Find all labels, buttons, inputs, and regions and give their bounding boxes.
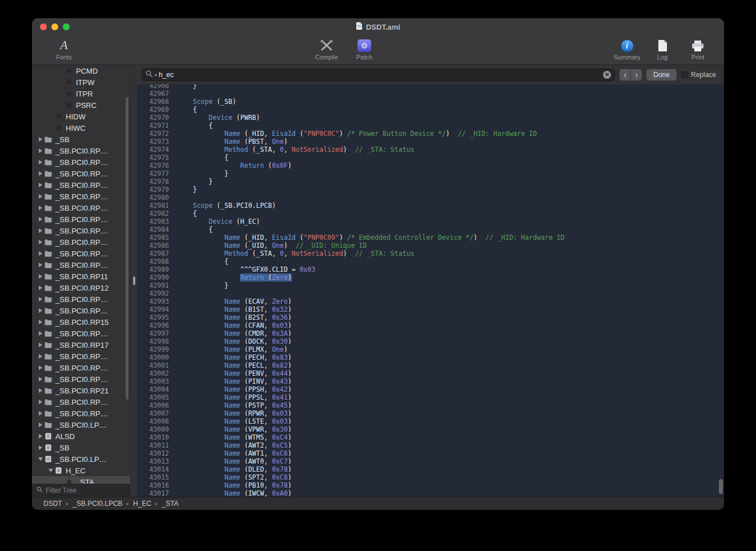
code-line[interactable]: 42985 Name (_HID, EisaId ("PNP0C09") /* … bbox=[137, 234, 724, 242]
code-line[interactable]: 42980 bbox=[137, 194, 724, 202]
code-line[interactable]: 43008 Name (LSTE, 0x03) bbox=[137, 417, 724, 425]
code-line[interactable]: 43001 Name (PECL, 0x82) bbox=[137, 361, 724, 369]
disclosure-triangle-icon[interactable] bbox=[37, 160, 44, 164]
close-window-button[interactable] bbox=[40, 23, 47, 30]
code-line[interactable]: 42982 { bbox=[137, 210, 724, 218]
code-line[interactable]: 43005 Name (PPSL, 0x41) bbox=[137, 393, 724, 401]
code-line[interactable]: 42991 } bbox=[137, 281, 724, 289]
replace-checkbox[interactable] bbox=[681, 71, 688, 78]
disclosure-triangle-icon[interactable] bbox=[37, 423, 44, 427]
code-line[interactable]: 42967 bbox=[137, 90, 724, 98]
code-line[interactable]: 42993 Name (ECAV, Zero) bbox=[137, 297, 724, 305]
code-line[interactable]: 43000 Name (PECH, 0x83) bbox=[137, 353, 724, 361]
disclosure-triangle-icon[interactable] bbox=[37, 171, 44, 176]
tree-item-_sbpci0rp11[interactable]: _SB.PCI0.RP11 bbox=[32, 271, 130, 282]
code-line[interactable]: 42970 Device (PWRB) bbox=[137, 114, 724, 122]
breadcrumb-item[interactable]: H_EC bbox=[133, 500, 151, 508]
tree-item-_sbpci0rp[interactable]: _SB.PCI0.RP… bbox=[32, 179, 130, 191]
tree-item-_sbpci0rp[interactable]: _SB.PCI0.RP… bbox=[32, 248, 130, 259]
find-previous-button[interactable]: ‹ bbox=[620, 69, 630, 81]
disclosure-triangle-icon[interactable] bbox=[37, 377, 44, 381]
code-line[interactable]: 42994 Name (B1ST, 0x32) bbox=[137, 305, 724, 313]
code-line[interactable]: 42968 Scope (_SB) bbox=[137, 98, 724, 106]
disclosure-triangle-icon[interactable] bbox=[37, 285, 44, 290]
tree-item-_sbpci0rp15[interactable]: _SB.PCI0.RP15 bbox=[32, 316, 130, 328]
code-line[interactable]: 42979 } bbox=[137, 186, 724, 194]
tree-item-_sbpci0rp[interactable]: _SB.PCI0.RP… bbox=[32, 351, 130, 362]
code-line[interactable]: 43014 Name (DLED, 0x78) bbox=[137, 465, 724, 473]
code-line[interactable]: 43010 Name (WTMS, 0xC4) bbox=[137, 433, 724, 441]
tree-item-_sbpci0rp[interactable]: _SB.PCI0.RP… bbox=[32, 259, 130, 271]
code-line[interactable]: 42973 Name (PBST, One) bbox=[137, 138, 724, 146]
code-line[interactable]: 43006 Name (PSTP, 0x45) bbox=[137, 401, 724, 409]
code-line[interactable]: 42981 Scope (_SB.PCI0.LPCB) bbox=[137, 202, 724, 210]
code-line[interactable]: 42992 bbox=[137, 289, 724, 297]
code-line[interactable]: 42978 } bbox=[137, 178, 724, 186]
tree-item-pcmd[interactable]: PCMD bbox=[32, 65, 130, 77]
code-line[interactable]: 43007 Name (RPWR, 0x03) bbox=[137, 409, 724, 417]
disclosure-triangle-icon[interactable] bbox=[37, 365, 44, 370]
code-line[interactable]: 42976 Return (0x0F) bbox=[137, 162, 724, 170]
tree-item-hidw[interactable]: HIDW bbox=[32, 111, 130, 122]
code-line[interactable]: 43015 Name (SPT2, 0xC8) bbox=[137, 473, 724, 481]
code-editor[interactable]: 42966 }4296742968 Scope (_SB)42969 {4297… bbox=[137, 85, 724, 497]
tree-item-_sbpci0rp[interactable]: _SB.PCI0.RP… bbox=[32, 156, 130, 168]
split-drag-handle-icon[interactable] bbox=[133, 276, 135, 285]
code-line[interactable]: 42969 { bbox=[137, 106, 724, 114]
code-line[interactable]: 42974 Method (_STA, 0, NotSerialized) //… bbox=[137, 146, 724, 154]
code-line[interactable]: 43017 Name (IWCW, 0xA0) bbox=[137, 489, 724, 497]
disclosure-triangle-icon[interactable] bbox=[37, 331, 44, 336]
patch-button[interactable]: ⚙ Patch bbox=[348, 37, 380, 61]
disclosure-triangle-icon[interactable] bbox=[37, 434, 44, 439]
disclosure-triangle-icon[interactable] bbox=[37, 183, 44, 187]
done-button[interactable]: Done bbox=[646, 69, 677, 81]
tree-item-itpr[interactable]: ITPR bbox=[32, 88, 130, 99]
code-line[interactable]: 42998 Name (DOCK, 0x30) bbox=[137, 337, 724, 345]
code-line[interactable]: 42977 } bbox=[137, 170, 724, 178]
tree-item-_sbpci0rp[interactable]: _SB.PCI0.RP… bbox=[32, 145, 130, 156]
tree-item-_sbpci0rp[interactable]: _SB.PCI0.RP… bbox=[32, 293, 130, 305]
tree-item-_sbpci0rp[interactable]: _SB.PCI0.RP… bbox=[32, 236, 130, 248]
tree-item-_sb[interactable]: _SB bbox=[32, 442, 130, 453]
tree-item-_sbpci0rp[interactable]: _SB.PCI0.RP… bbox=[32, 305, 130, 316]
find-next-button[interactable]: › bbox=[631, 69, 642, 81]
tree-item-_sta[interactable]: _STA bbox=[32, 476, 130, 484]
disclosure-triangle-icon[interactable] bbox=[47, 469, 54, 472]
code-line[interactable]: 42986 Name (_UID, One) // _UID: Unique I… bbox=[137, 242, 724, 250]
disclosure-triangle-icon[interactable] bbox=[37, 343, 44, 347]
code-line[interactable]: 42990 Return (Zero) bbox=[137, 274, 724, 281]
tree-item-_sbpci0rp[interactable]: _SB.PCI0.RP… bbox=[32, 214, 130, 225]
code-line[interactable]: 42984 { bbox=[137, 226, 724, 234]
disclosure-triangle-icon[interactable] bbox=[37, 228, 44, 233]
tree-item-_sbpci0rp[interactable]: _SB.PCI0.RP… bbox=[32, 202, 130, 214]
disclosure-triangle-icon[interactable] bbox=[37, 400, 44, 404]
tree-item-_sbpci0rp[interactable]: _SB.PCI0.RP… bbox=[32, 362, 130, 373]
code-line[interactable]: 43012 Name (AWT1, 0xC6) bbox=[137, 449, 724, 457]
code-line[interactable]: 42989 ^^^GFX0.CLID = 0x03 bbox=[137, 266, 724, 274]
code-line[interactable]: 42995 Name (B2ST, 0x36) bbox=[137, 313, 724, 321]
minimize-window-button[interactable] bbox=[51, 23, 58, 30]
disclosure-triangle-icon[interactable] bbox=[37, 217, 44, 222]
disclosure-triangle-icon[interactable] bbox=[37, 206, 44, 210]
print-button[interactable]: Print bbox=[682, 37, 714, 61]
tree-item-_sbpci0rp[interactable]: _SB.PCI0.RP… bbox=[32, 328, 130, 339]
code-line[interactable]: 42966 } bbox=[137, 85, 724, 90]
disclosure-triangle-icon[interactable] bbox=[37, 274, 44, 279]
tree-item-_sbpci0rp[interactable]: _SB.PCI0.RP… bbox=[32, 191, 130, 202]
code-line[interactable]: 42997 Name (CMDR, 0x3A) bbox=[137, 329, 724, 337]
search-field[interactable]: ▾ h_ec ✕ bbox=[142, 69, 615, 81]
tree-item-_sbpci0rp21[interactable]: _SB.PCI0.RP21 bbox=[32, 385, 130, 396]
search-input[interactable]: h_ec bbox=[159, 71, 601, 79]
tree-item-_sbpci0lp[interactable]: _SB.PCI0.LP… bbox=[32, 453, 130, 465]
tree-item-_sbpci0rp[interactable]: _SB.PCI0.RP… bbox=[32, 373, 130, 385]
code-line[interactable]: 42983 Device (H_EC) bbox=[137, 218, 724, 226]
compile-button[interactable]: Compile bbox=[311, 37, 343, 61]
disclosure-triangle-icon[interactable] bbox=[37, 148, 44, 153]
tree-item-h_ec[interactable]: H_EC bbox=[32, 465, 130, 476]
tree-item-psrc[interactable]: PSRC bbox=[32, 99, 130, 111]
code-line[interactable]: 43003 Name (PINV, 0x43) bbox=[137, 377, 724, 385]
log-button[interactable]: Log bbox=[646, 37, 678, 61]
tree-item-hiwc[interactable]: HIWC bbox=[32, 122, 130, 134]
filter-tree-field[interactable]: Filter Tree bbox=[33, 484, 130, 496]
editor-scrollbar[interactable] bbox=[719, 479, 723, 494]
